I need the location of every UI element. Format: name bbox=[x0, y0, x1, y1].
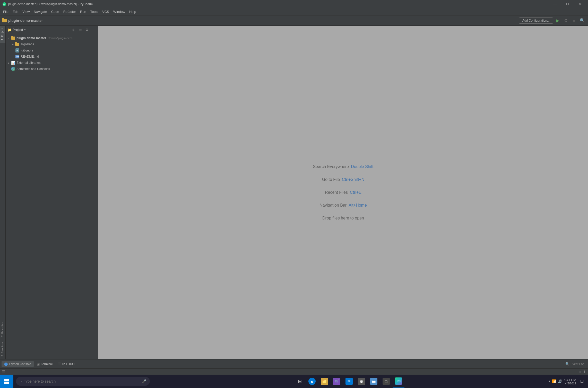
search-everywhere-button[interactable]: 🔍 bbox=[579, 17, 586, 24]
menu-navigate[interactable]: Navigate bbox=[32, 9, 49, 14]
readme-name: README.md bbox=[21, 55, 39, 58]
panel-layout-button[interactable]: ⚌ bbox=[77, 27, 83, 33]
svg-rect-4 bbox=[4, 382, 7, 384]
close-button[interactable]: ✕ bbox=[574, 0, 586, 8]
panel-title-icon: 📁 bbox=[7, 28, 12, 32]
taskbar-app-settings[interactable]: ⚙ bbox=[356, 375, 367, 388]
menu-vcs[interactable]: VCS bbox=[100, 9, 111, 14]
python-console-icon: ⬤ bbox=[4, 362, 8, 366]
hint-navigation-bar: Navigation Bar Alt+Home bbox=[319, 203, 367, 208]
minimize-button[interactable]: — bbox=[549, 0, 561, 8]
main-layout: 1: Project 2: Favorites ★ 3: Structure ⊟… bbox=[0, 26, 588, 359]
taskbar-app-edge[interactable]: e bbox=[306, 375, 318, 388]
menu-code[interactable]: Code bbox=[49, 9, 61, 14]
clock-display[interactable]: 6:41 PM 4/5/2019 bbox=[564, 378, 576, 385]
status-left-icon[interactable]: ☰ bbox=[2, 370, 5, 374]
project-tree: ▾ plugin-demo-master C:\work\plugin-dem.… bbox=[6, 34, 98, 359]
stop-button[interactable]: ■ bbox=[570, 17, 578, 24]
panel-title-text: Project bbox=[13, 28, 23, 32]
taskbar-app-mail[interactable]: ✉ bbox=[343, 375, 355, 388]
status-upload-icon[interactable]: ⬆ bbox=[579, 370, 581, 374]
tab-todo[interactable]: ☰ 6: TODO bbox=[56, 361, 77, 367]
python-console-label: Python Console bbox=[9, 362, 31, 366]
tab-python-console[interactable]: ⬤ Python Console bbox=[2, 361, 34, 367]
terminal-icon: ▣ bbox=[37, 362, 40, 366]
status-bar: ☰ ⬆ ⬇ bbox=[0, 368, 588, 375]
external-libraries-name: External Libraries bbox=[16, 61, 40, 65]
menu-help[interactable]: Help bbox=[127, 9, 138, 14]
todo-label: 6: TODO bbox=[62, 362, 75, 366]
tab-terminal[interactable]: ▣ Terminal bbox=[34, 361, 55, 367]
taskbar-app-store[interactable]: 🛒 bbox=[331, 375, 343, 388]
tree-arrow-ext-libs: ▸ bbox=[7, 61, 11, 64]
hint-search-everywhere: Search Everywhere Double Shift bbox=[313, 164, 374, 169]
tree-arrow-root: ▾ bbox=[7, 37, 11, 40]
svg-rect-5 bbox=[7, 382, 9, 384]
tree-arrow-argoslabs: ▸ bbox=[11, 43, 15, 46]
tree-item-readme[interactable]: MD README.md bbox=[6, 54, 98, 60]
tree-item-external-libraries[interactable]: ▸ 📊 External Libraries bbox=[6, 60, 98, 66]
tray-chevron[interactable]: ∧ bbox=[548, 380, 550, 383]
tree-item-gitignore[interactable]: G .gitignore bbox=[6, 47, 98, 54]
build-settings-button[interactable]: ⚙ bbox=[562, 17, 569, 24]
clock-time: 6:41 PM bbox=[564, 378, 576, 382]
taskbar-search-icon: ○ bbox=[20, 379, 22, 383]
project-label: plugin-demo-master bbox=[2, 19, 43, 23]
system-tray: ∧ 📶 🔊 6:41 PM 4/5/2019 ☐ bbox=[546, 377, 588, 385]
maximize-button[interactable]: ☐ bbox=[562, 0, 573, 8]
taskbar-search-area[interactable]: ○ 🎤 bbox=[16, 377, 150, 386]
external-libraries-icon: 📊 bbox=[11, 60, 15, 65]
taskbar-app-pycharm[interactable]: PC bbox=[393, 375, 404, 388]
panel-minimize-button[interactable]: — bbox=[91, 27, 97, 33]
menu-edit[interactable]: Edit bbox=[11, 9, 20, 14]
hint-drop-files: Drop files here to open bbox=[322, 216, 364, 221]
svg-rect-3 bbox=[7, 379, 9, 381]
taskbar-mic-icon: 🎤 bbox=[142, 379, 146, 383]
menu-file[interactable]: File bbox=[1, 9, 11, 14]
event-log-icon: 🔍 bbox=[565, 362, 569, 366]
tree-root-item[interactable]: ▾ plugin-demo-master C:\work\plugin-dem.… bbox=[6, 35, 98, 41]
tree-item-argoslabs[interactable]: ▸ argoslabs bbox=[6, 41, 98, 47]
svg-rect-2 bbox=[4, 379, 7, 381]
hint-recent-files: Recent Files Ctrl+E bbox=[325, 190, 361, 195]
project-panel: 📁 Project ▾ ◎ ⚌ ⚙ — ▾ plugin-demo-master… bbox=[6, 26, 98, 359]
sidebar-item-structure[interactable]: 3: Structure ⊟ bbox=[0, 339, 5, 359]
taskbar-app-photos[interactable]: 🏔 bbox=[368, 375, 380, 388]
menu-run[interactable]: Run bbox=[78, 9, 88, 14]
add-configuration-button[interactable]: Add Configuration... bbox=[519, 17, 553, 24]
app-icon: P bbox=[2, 2, 7, 6]
argoslabs-name: argoslabs bbox=[21, 42, 34, 46]
notification-button[interactable]: ☐ bbox=[578, 377, 586, 385]
menu-bar: File Edit View Navigate Code Refactor Ru… bbox=[0, 8, 588, 15]
sidebar-item-project[interactable]: 1: Project bbox=[0, 26, 5, 43]
window-controls: — ☐ ✕ bbox=[549, 0, 586, 8]
readme-icon: MD bbox=[15, 54, 20, 59]
editor-area[interactable]: Search Everywhere Double Shift Go to Fil… bbox=[98, 26, 588, 359]
tree-item-scratches[interactable]: ✎ Scratches and Consoles bbox=[6, 66, 98, 72]
menu-tools[interactable]: Tools bbox=[88, 9, 100, 14]
todo-icon: ☰ bbox=[58, 362, 61, 366]
panel-settings-button[interactable]: ⚙ bbox=[84, 27, 90, 33]
sidebar-item-favorites[interactable]: 2: Favorites ★ bbox=[0, 320, 5, 339]
terminal-label: Terminal bbox=[41, 362, 53, 366]
gitignore-name: .gitignore bbox=[21, 49, 33, 52]
menu-view[interactable]: View bbox=[20, 9, 32, 14]
taskbar-app-taskview[interactable]: ⊞ bbox=[294, 375, 306, 388]
status-download-icon[interactable]: ⬇ bbox=[583, 370, 586, 374]
run-button[interactable]: ▶ bbox=[554, 17, 561, 24]
scratches-icon: ✎ bbox=[11, 67, 15, 71]
tray-icon-volume[interactable]: 🔊 bbox=[558, 379, 562, 383]
taskbar-search-input[interactable] bbox=[24, 379, 140, 383]
panel-locate-button[interactable]: ◎ bbox=[71, 27, 76, 33]
start-button[interactable] bbox=[0, 375, 13, 388]
taskbar-app-explorer[interactable]: 📁 bbox=[318, 375, 330, 388]
event-log-button[interactable]: 🔍 Event Log bbox=[563, 361, 586, 367]
panel-title-chevron: ▾ bbox=[24, 28, 25, 31]
windows-taskbar: ○ 🎤 ⊞ e 📁 🛒 ✉ ⚙ 🏔 bbox=[0, 375, 588, 388]
scratches-name: Scratches and Consoles bbox=[16, 67, 50, 71]
menu-refactor[interactable]: Refactor bbox=[61, 9, 78, 14]
taskbar-app-browser2[interactable]: ◻ bbox=[380, 375, 392, 388]
tray-icon-network[interactable]: 📶 bbox=[552, 379, 556, 383]
menu-window[interactable]: Window bbox=[111, 9, 127, 14]
project-folder-icon bbox=[2, 19, 7, 22]
